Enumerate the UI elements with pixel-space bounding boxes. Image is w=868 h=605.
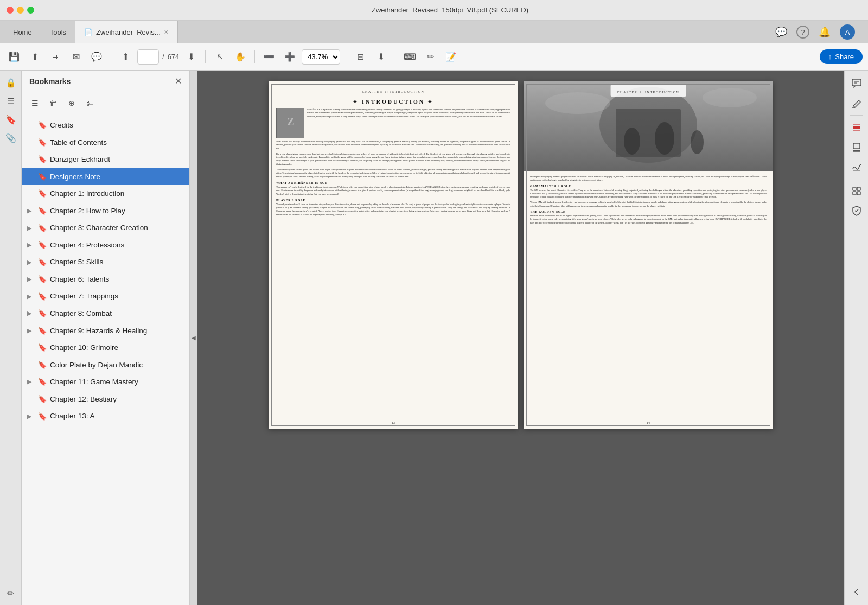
prev-page-btn[interactable]: ⬆ — [117, 48, 134, 66]
bookmark-icon-btn[interactable]: 🔖 — [3, 112, 18, 127]
rp-comment-btn[interactable] — [848, 75, 865, 92]
veteran-text: Veteran GMs will likely develop a length… — [530, 201, 767, 208]
tab-tools[interactable]: Tools — [41, 21, 75, 43]
left-page-num: 13 — [392, 421, 395, 424]
bookmark-item-credits[interactable]: 🔖 Credits — [22, 117, 189, 134]
rp-stamp-btn[interactable] — [848, 138, 865, 156]
tab-home[interactable]: Home — [4, 21, 41, 43]
lock-icon-btn[interactable]: 🔒 — [3, 75, 18, 90]
sep1 — [111, 50, 111, 63]
bookmark-item-ch9[interactable]: ▶ 🔖 Chapter 9: Hazards & Healing — [22, 322, 189, 340]
traffic-lights — [7, 7, 34, 14]
svg-point-7 — [691, 130, 704, 154]
paperclip-icon-btn[interactable]: 📎 — [3, 130, 18, 145]
sep4 — [346, 50, 346, 63]
bm-label-ch6: Chapter 6: Talents — [50, 275, 182, 284]
bookmark-item-ch5[interactable]: ▶ 🔖 Chapter 5: Skills — [22, 253, 189, 271]
rp-collapse-btn[interactable] — [848, 583, 865, 601]
bm-icon-designers: 🔖 — [38, 173, 47, 181]
titlebar: Zweihander_Revised_150dpi_V8.pdf (SECURE… — [0, 0, 868, 21]
bm-icon-ch8: 🔖 — [38, 309, 47, 317]
rp-sign-btn[interactable] — [848, 158, 865, 175]
markup-btn[interactable]: ✏ — [422, 48, 439, 66]
bookmark-item-ch1[interactable]: 🔖 Chapter 1: Introduction — [22, 185, 189, 202]
edit-icon-btn[interactable]: ✏ — [3, 585, 18, 601]
zoom-in-btn[interactable]: ➕ — [281, 48, 298, 66]
bm-icon-ch5: 🔖 — [38, 258, 47, 266]
bm-label-ch11: Chapter 11: Game Mastery — [50, 377, 182, 387]
chat-icon[interactable]: 💬 — [773, 23, 790, 41]
right-chapter-header: CHAPTER 1: INTRODUCTION — [617, 91, 680, 94]
bookmark-item-ch6[interactable]: ▶ 🔖 Chapter 6: Talents — [22, 271, 189, 288]
bookmark-item-ch8[interactable]: ▶ 🔖 Chapter 8: Combat — [22, 305, 189, 322]
bookmark-item-ch13[interactable]: ▶ 🔖 Chapter 13: A — [22, 407, 189, 425]
tag-bookmark-btn[interactable]: 🏷 — [82, 95, 98, 111]
help-icon[interactable]: ? — [796, 26, 809, 39]
share-icon: ↑ — [828, 53, 832, 61]
bookmark-item-designers-note[interactable]: 🔖 Designers Note — [22, 168, 189, 186]
right-page-illustration: CHAPTER 1: INTRODUCTION — [524, 81, 773, 171]
page-main-title: ✦ INTRODUCTION ✦ — [276, 99, 510, 105]
bell-icon[interactable]: 🔔 — [816, 23, 833, 41]
bookmark-item-ch11[interactable]: ▶ 🔖 Chapter 11: Game Mastery — [22, 373, 189, 391]
scroll-mode-btn[interactable]: ⬇ — [372, 48, 390, 66]
bookmark-item-ch12[interactable]: 🔖 Chapter 12: Bestiary — [22, 391, 189, 408]
bm-icon-ch3: 🔖 — [38, 224, 47, 232]
zoom-select[interactable]: 43.7%50%75%100%125%150%200% — [302, 49, 340, 65]
sidebar-close-btn[interactable]: ✕ — [175, 76, 182, 86]
zoom-out-btn[interactable]: ➖ — [260, 48, 278, 66]
upload-btn[interactable]: ⬆ — [26, 48, 43, 66]
rp-redact-btn[interactable] — [848, 119, 865, 136]
email-btn[interactable]: ✉ — [67, 48, 85, 66]
view-mode-btn[interactable]: ⊟ — [352, 48, 369, 66]
expand-ch7-icon: ▶ — [27, 293, 35, 300]
user-avatar[interactable]: A — [840, 24, 855, 40]
golden-rule-header: THE GOLDEN RULE — [530, 210, 767, 213]
bookmark-item-ch10[interactable]: 🔖 Chapter 10: Grimoire — [22, 339, 189, 356]
bookmark-item-ch7[interactable]: ▶ 🔖 Chapter 7: Trappings — [22, 288, 189, 305]
minimize-window-btn[interactable] — [17, 7, 24, 14]
bookmark-item-ch2[interactable]: ▶ 🔖 Chapter 2: How to Play — [22, 202, 189, 220]
rp-organize-btn[interactable] — [848, 182, 865, 200]
maximize-window-btn[interactable] — [27, 7, 34, 14]
tab-close-btn[interactable]: ✕ — [164, 29, 169, 36]
bm-label-ch12: Chapter 12: Bestiary — [50, 394, 182, 404]
bookmark-item-ch4[interactable]: ▶ 🔖 Chapter 4: Professions — [22, 237, 189, 254]
page-body: Z WEIHÄNDER is a pastiche of many famili… — [276, 108, 510, 216]
right-chapter-header-bg: CHAPTER 1: INTRODUCTION — [611, 85, 686, 97]
comment-btn[interactable]: 💬 — [88, 48, 105, 66]
bookmark-item-danziger[interactable]: 🔖 Danziger Eckhardt — [22, 151, 189, 168]
add-bookmark-btn[interactable]: ⊕ — [64, 95, 79, 111]
share-button[interactable]: ↑ Share — [820, 49, 863, 64]
close-window-btn[interactable] — [7, 7, 14, 14]
keyboard-btn[interactable]: ⌨ — [401, 48, 418, 66]
drop-cap-image: Z — [276, 108, 304, 138]
svg-text:Z: Z — [287, 116, 294, 128]
bookmark-item-toc[interactable]: 🔖 Table of Contents — [22, 134, 189, 151]
panel-icon-btn[interactable]: ☰ — [3, 93, 18, 109]
hand-tool-btn[interactable]: ✋ — [232, 48, 249, 66]
page-number-input[interactable]: 15 — [137, 49, 159, 65]
bm-label-ch9: Chapter 9: Hazards & Healing — [50, 326, 182, 336]
tab-doc[interactable]: 📄 Zweihander_Revis... ✕ — [75, 21, 178, 43]
bm-icon-ch11: 🔖 — [38, 378, 47, 386]
expand-ch4-icon: ▶ — [27, 241, 35, 249]
print-btn[interactable]: 🖨 — [47, 48, 64, 66]
bm-label-credits: Credits — [50, 120, 182, 130]
sidebar-collapse-btn[interactable]: ◀ — [190, 71, 197, 605]
rp-markup-btn[interactable] — [848, 94, 865, 112]
save-btn[interactable]: 💾 — [5, 48, 23, 66]
next-page-btn[interactable]: ⬇ — [182, 48, 200, 66]
pdf-scroll-area[interactable]: CHAPTER 1: INTRODUCTION ✦ INTRODUCTION ✦ — [197, 71, 844, 605]
view-toggle-btn[interactable]: ☰ — [27, 95, 42, 111]
annotate-btn[interactable]: 📝 — [442, 48, 459, 66]
delete-bookmark-btn[interactable]: 🗑 — [46, 95, 61, 111]
rp-protect-btn[interactable] — [848, 202, 865, 219]
bookmark-item-ch3[interactable]: ▶ 🔖 Chapter 3: Character Creation — [22, 219, 189, 237]
cursor-tool-btn[interactable]: ↖ — [211, 48, 228, 66]
sep5 — [395, 50, 395, 63]
bookmark-item-color-plate[interactable]: 🔖 Color Plate by Dejan Mandic — [22, 356, 189, 374]
left-chapter-header: CHAPTER 1: INTRODUCTION — [276, 90, 510, 95]
bm-label-ch10: Chapter 10: Grimoire — [50, 343, 182, 353]
right-page-body: Descriptive role-playing means a player … — [524, 171, 773, 232]
